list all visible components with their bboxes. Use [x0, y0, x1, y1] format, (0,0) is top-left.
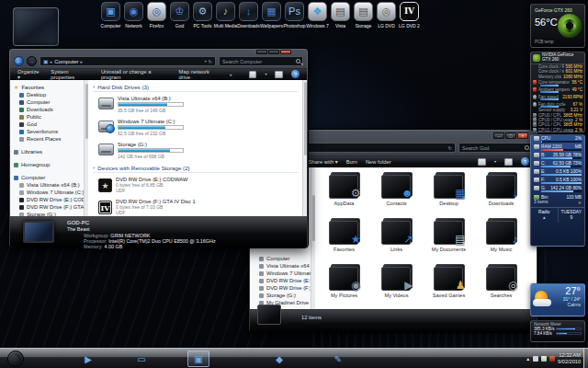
toolbar-button[interactable]: Uninstall or change a program [101, 69, 171, 80]
help-icon[interactable]: ? [521, 157, 529, 166]
show-desktop-button[interactable] [583, 349, 588, 368]
breadcrumb-segment[interactable]: Computer [54, 59, 78, 64]
folder-item[interactable]: ◎ Searches [475, 261, 527, 307]
gpu-monitor-gadget[interactable]: NVIDIA GeForce GTX 260 Core clock / ROP … [530, 52, 585, 132]
folder-item[interactable]: ★ Favorites [318, 215, 370, 261]
refresh-icon[interactable]: ↻ [209, 59, 212, 64]
taskbar-button[interactable]: ✎ [327, 351, 349, 367]
dock-item[interactable]: ▦ Wallpapers [260, 2, 283, 29]
gpu-temp-gadget[interactable]: GeForce GTX 260 56°C PCB temp [530, 4, 585, 48]
nav-item[interactable]: DVD RW Drive (F:) GTA IV [10, 203, 84, 211]
hidden-icons-arrow[interactable]: ▲ [526, 356, 530, 362]
collapse-icon[interactable]: ▾ [93, 166, 95, 170]
breadcrumb[interactable]: ▣ ▸ Computer ▸ ▾ ↻ [40, 56, 216, 66]
dock-item[interactable]: ◎ Firefox [145, 2, 168, 29]
dock-item[interactable]: ♪ Multi Media [214, 2, 237, 29]
toolbar-button[interactable]: Organize ▾ [17, 69, 42, 80]
minimize-button[interactable]: — [493, 132, 504, 139]
folder-item[interactable]: ↗ Links [370, 215, 423, 261]
taskbar-button[interactable]: ▶ [77, 351, 99, 367]
preview-pane-icon[interactable] [504, 158, 513, 166]
views-dropdown-icon[interactable]: ▾ [265, 72, 266, 76]
dock-item[interactable]: ⚙ PC Tools [191, 2, 214, 29]
views-icon[interactable] [478, 158, 486, 166]
nav-group-computer[interactable]: Computer [10, 174, 84, 181]
folder-item[interactable]: ▦ Desktop [423, 169, 475, 215]
main-scrollbar[interactable] [302, 80, 307, 216]
folder-item[interactable]: ▶ My Videos [370, 261, 423, 307]
search-box[interactable] [219, 56, 303, 66]
taskbar-button[interactable]: ▭ [130, 351, 153, 367]
nav-scrollbar[interactable] [311, 167, 315, 309]
minimize-button[interactable] [256, 50, 267, 54]
explorer-window-computer[interactable]: ← → ▣ ▸ Computer ▸ ▾ ↻ Organize ▾ System… [8, 48, 309, 248]
back-button[interactable]: ← [14, 56, 24, 66]
dock-item[interactable]: Ps Photoshop [283, 2, 306, 29]
folder-item[interactable]: ↓ Downloads [475, 169, 527, 215]
folder-item[interactable]: ⚙ AppData [318, 169, 370, 215]
dock-item[interactable]: ▣ Computer [99, 2, 122, 29]
toolbar-button[interactable]: Burn [346, 159, 357, 165]
nav-item[interactable]: Desktop [10, 91, 84, 98]
toolbar-button[interactable]: Map network drive [179, 69, 221, 80]
network-icon[interactable] [533, 356, 538, 362]
views-dropdown-icon[interactable]: ▾ [494, 159, 496, 164]
folder-item[interactable]: ▤ My Documents [423, 215, 475, 261]
folder-item[interactable]: ◉ My Pictures [318, 261, 370, 307]
toolbar-button[interactable]: System properties [51, 69, 93, 80]
dock-item[interactable]: ♔ God [168, 2, 191, 29]
system-meter-gadget[interactable]: CPU 2% RAM 2200 MB B: 35.58 GB 78% C: 62… [530, 134, 585, 247]
nav-item[interactable]: Windows 7 Ultimate (C:) [250, 270, 311, 277]
taskbar-button[interactable]: ▣ [187, 351, 209, 367]
nav-item[interactable]: Storage (G:) [250, 292, 311, 299]
weather-gadget[interactable]: 27° 31° / 24° Cairns [530, 283, 585, 316]
dock-item[interactable]: ◎ LG DVD [375, 2, 398, 29]
drive-item[interactable]: IV DVD RW Drive (F:) GTA IV Disc 1 0 byt… [98, 199, 198, 215]
volume-icon[interactable] [541, 356, 547, 362]
date-cell[interactable]: TUESDAY 9 [558, 208, 585, 223]
nav-item[interactable]: Downloads [10, 106, 84, 113]
dock-item[interactable]: ▤ Storage [352, 2, 375, 29]
toolbar-overflow-icon[interactable]: » [230, 72, 232, 77]
dock-item[interactable]: IV LG DVD 2 [398, 2, 421, 29]
dock-item[interactable]: ❖ Windows 7 [306, 2, 329, 29]
preview-pane-icon[interactable] [275, 71, 283, 78]
collapse-icon[interactable]: ▾ [93, 85, 95, 89]
nav-item[interactable]: Recent Places [10, 135, 84, 143]
network-meter-gadget[interactable]: Network Meter 385.3 KB/s 7.84 KB/s [530, 320, 585, 342]
nav-item[interactable]: Computer [10, 98, 84, 106]
folder-item[interactable]: ☻ Contacts [370, 169, 423, 215]
section-header-hdd[interactable]: ▾ Hard Disk Drives (3) [93, 82, 298, 92]
toolbar-button[interactable]: New folder [366, 159, 391, 165]
folder-item[interactable]: ♟ Saved Games [423, 261, 475, 307]
nav-scrollbar[interactable] [84, 80, 88, 216]
maximize-button[interactable]: ▢ [505, 132, 516, 139]
nav-item[interactable]: DVD RW Drive (E:) CODW [10, 196, 84, 203]
close-button[interactable]: ✕ [517, 132, 528, 139]
nav-item[interactable]: Vista Ultimate x64 (B:) [10, 181, 84, 189]
radio-cell[interactable]: Radio ▲ [531, 208, 558, 223]
search-input[interactable] [462, 144, 528, 152]
help-icon[interactable]: ? [291, 70, 300, 78]
tray-clock[interactable]: 12:32 AM 9/02/2010 [558, 352, 581, 366]
drive-item[interactable]: Vista Ultimate x64 (B:) 35.5 GB free of … [98, 96, 198, 113]
dock-item[interactable]: ↓ Downloads [237, 2, 260, 29]
drive-item[interactable]: Windows 7 Ultimate (C:) 62.5 GB free of … [98, 119, 198, 136]
close-button[interactable] [280, 50, 291, 54]
drive-item[interactable]: ★ DVD RW Drive (E:) CODWAW 0 bytes free … [98, 177, 198, 193]
search-input[interactable] [222, 57, 300, 65]
nav-group-favorites[interactable]: ★ Favorites [10, 83, 84, 91]
address-dropdown-icon[interactable]: ▾ [205, 59, 207, 63]
folder-item[interactable]: ♪ My Music [475, 215, 527, 261]
drive-item[interactable]: Storage (G:) 142 GB free of 698 GB [98, 142, 198, 159]
dock-item[interactable]: ◉ Network [122, 2, 145, 29]
nav-item[interactable]: Public [10, 113, 84, 121]
toolbar-button[interactable]: Share with ▾ [309, 159, 338, 165]
nav-item[interactable]: DVD RW Drive (F:) GTA IV [250, 284, 311, 292]
nav-item[interactable]: Computer [250, 255, 311, 262]
search-box[interactable] [458, 143, 532, 153]
nav-item[interactable]: DVD RW Drive (E:) CODWA [250, 277, 311, 284]
nav-item[interactable]: God [10, 121, 84, 128]
nav-group-libraries[interactable]: Libraries [10, 148, 84, 155]
nav-item[interactable]: Sevenforums [10, 128, 84, 135]
